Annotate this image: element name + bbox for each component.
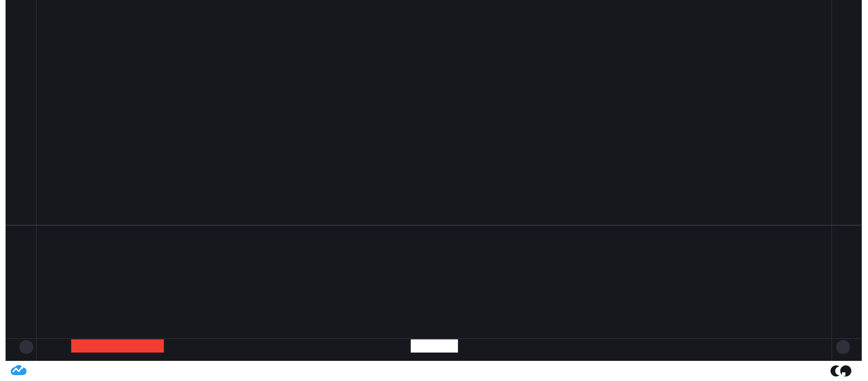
time-axis-border [6,338,862,339]
mpi-ma-value-badge [832,0,862,10]
main-series-legend[interactable] [42,6,51,15]
btc-price-badge [6,0,36,10]
left-scale-border [36,0,36,361]
chart-root [6,0,862,361]
cryptoquant-icon [831,364,853,378]
right-scale-border [832,0,832,361]
date-chip-15-aug [71,339,108,353]
auto-scale-button[interactable] [836,340,850,354]
date-chip-25-nov [108,339,129,353]
footer-bar [0,361,868,381]
tradingview-logo[interactable] [10,363,31,379]
top-pane-chart[interactable] [36,0,832,225]
price-series-legend[interactable] [42,19,51,28]
tradingview-cloud-icon [10,364,27,378]
date-chip-26-mar [411,339,458,353]
ma-legend[interactable] [42,233,47,242]
timezone-button[interactable] [19,340,33,354]
bottom-pane-chart[interactable] [36,226,832,338]
cryptoquant-logo[interactable] [831,363,857,379]
date-chip-18-jan [129,339,164,353]
pane-separator[interactable] [6,225,862,226]
